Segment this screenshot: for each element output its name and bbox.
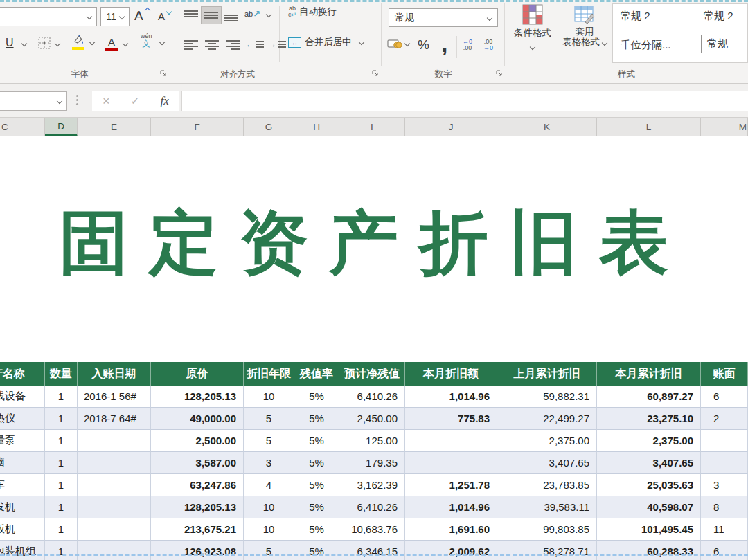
table-header-cell[interactable]: 产名称 bbox=[0, 362, 45, 386]
table-cell[interactable]: 126,923.08 bbox=[151, 541, 244, 560]
increase-decimal-button[interactable]: ←0 .00 bbox=[463, 39, 472, 51]
table-cell[interactable]: 1 bbox=[45, 408, 78, 430]
increase-indent-button[interactable]: → bbox=[268, 39, 286, 50]
table-cell[interactable]: 1,014.96 bbox=[405, 496, 497, 518]
table-cell[interactable]: 2018-7 64# bbox=[78, 408, 151, 430]
table-cell[interactable] bbox=[78, 430, 151, 452]
number-format-combo[interactable]: 常规 bbox=[389, 8, 498, 27]
table-cell[interactable]: 22,499.27 bbox=[497, 408, 597, 430]
table-cell[interactable]: 2,375.00 bbox=[597, 430, 701, 452]
table-cell[interactable]: 775.83 bbox=[405, 408, 497, 430]
align-bottom-button[interactable] bbox=[222, 8, 240, 24]
table-cell[interactable]: 5% bbox=[294, 541, 339, 560]
number-dialog-launcher-icon[interactable] bbox=[495, 69, 504, 78]
chevron-down-icon[interactable] bbox=[404, 41, 410, 46]
chevron-down-icon[interactable] bbox=[123, 41, 128, 46]
insert-function-button[interactable]: fx bbox=[161, 94, 169, 108]
cell-style-item[interactable]: 千位分隔... bbox=[621, 39, 671, 52]
conditional-formatting-button[interactable]: 条件格式 bbox=[510, 4, 555, 52]
table-cell[interactable] bbox=[78, 518, 151, 541]
table-cell[interactable]: 101,495.45 bbox=[597, 518, 701, 541]
chevron-down-icon[interactable] bbox=[358, 39, 364, 45]
column-header-F[interactable]: F bbox=[151, 118, 244, 136]
table-cell[interactable]: 5% bbox=[294, 408, 339, 430]
phonetic-guide-button[interactable]: wén 文 bbox=[141, 33, 152, 48]
table-cell[interactable] bbox=[701, 430, 748, 452]
table-cell[interactable]: 1 bbox=[45, 430, 78, 452]
table-header-cell[interactable]: 本月折旧额 bbox=[405, 362, 497, 386]
font-color-button[interactable]: A bbox=[105, 36, 118, 51]
column-header-K[interactable]: K bbox=[497, 118, 597, 136]
chevron-down-icon[interactable] bbox=[57, 98, 62, 104]
table-header-cell[interactable]: 数量 bbox=[45, 362, 78, 386]
align-center-button[interactable] bbox=[203, 37, 221, 53]
chevron-down-icon[interactable] bbox=[119, 14, 125, 19]
table-cell[interactable]: 板机 bbox=[0, 518, 45, 541]
decrease-indent-button[interactable]: ← bbox=[246, 39, 264, 50]
column-header-C[interactable]: C bbox=[0, 118, 45, 136]
formula-input[interactable] bbox=[181, 91, 748, 111]
table-cell[interactable]: 2 bbox=[701, 408, 748, 430]
table-cell[interactable]: 23,275.10 bbox=[597, 408, 701, 430]
table-cell[interactable]: 5% bbox=[294, 496, 339, 518]
column-header-M[interactable]: M bbox=[701, 118, 748, 136]
table-cell[interactable]: 6,346.15 bbox=[339, 541, 405, 560]
table-header-cell[interactable]: 上月累计折旧 bbox=[497, 362, 597, 386]
table-header-cell[interactable]: 入账日期 bbox=[78, 362, 151, 386]
table-cell[interactable]: 10,683.76 bbox=[339, 518, 405, 541]
table-header-cell[interactable]: 本月累计折旧 bbox=[597, 362, 701, 386]
table-cell[interactable]: 99,803.85 bbox=[497, 518, 597, 541]
accounting-format-button[interactable] bbox=[387, 38, 409, 49]
merge-center-button[interactable]: ↔ 合并后居中 bbox=[288, 36, 364, 48]
table-cell[interactable]: 5% bbox=[294, 474, 339, 496]
decrease-decimal-button[interactable]: .00 →0 bbox=[483, 39, 493, 51]
table-cell[interactable]: 车 bbox=[0, 474, 45, 496]
column-header-I[interactable]: I bbox=[339, 118, 405, 136]
table-header-cell[interactable]: 残值率 bbox=[294, 362, 339, 386]
table-cell[interactable]: 5% bbox=[294, 452, 339, 474]
align-top-button[interactable] bbox=[182, 8, 200, 24]
table-cell[interactable]: 10 bbox=[244, 518, 294, 541]
table-cell[interactable]: 6 bbox=[701, 541, 748, 560]
align-middle-button[interactable] bbox=[201, 6, 222, 24]
table-cell[interactable]: 3,407.65 bbox=[497, 452, 597, 474]
table-cell[interactable]: 59,882.31 bbox=[497, 386, 597, 408]
shrink-font-button[interactable]: A bbox=[158, 10, 165, 23]
table-cell[interactable]: 1 bbox=[45, 452, 78, 474]
table-cell[interactable]: 3,162.39 bbox=[339, 474, 405, 496]
column-header-E[interactable]: E bbox=[78, 118, 151, 136]
table-cell[interactable]: 1,014.96 bbox=[405, 386, 497, 408]
table-cell[interactable] bbox=[78, 474, 151, 496]
align-left-button[interactable] bbox=[182, 37, 200, 53]
table-cell[interactable]: 60,897.27 bbox=[597, 386, 701, 408]
table-cell[interactable]: 128,205.13 bbox=[151, 386, 244, 408]
align-right-button[interactable] bbox=[224, 37, 242, 53]
table-header-cell[interactable]: 账面 bbox=[701, 362, 748, 386]
font-name-combo[interactable] bbox=[0, 7, 97, 26]
table-header-cell[interactable]: 原价 bbox=[151, 362, 244, 386]
chevron-down-icon[interactable] bbox=[55, 41, 60, 46]
table-cell[interactable]: 213,675.21 bbox=[151, 518, 244, 541]
chevron-down-icon[interactable] bbox=[266, 12, 271, 17]
table-cell[interactable]: 2016-1 56# bbox=[78, 386, 151, 408]
table-cell[interactable]: 3,407.65 bbox=[597, 452, 701, 474]
cancel-button[interactable]: × bbox=[103, 94, 110, 109]
column-header-H[interactable]: H bbox=[294, 118, 339, 136]
table-cell[interactable]: 49,000.00 bbox=[151, 408, 244, 430]
table-cell[interactable]: 58,278.71 bbox=[497, 541, 597, 560]
table-cell[interactable]: 40,598.07 bbox=[597, 496, 701, 518]
table-cell[interactable]: 63,247.86 bbox=[151, 474, 244, 496]
underline-button[interactable]: U bbox=[6, 37, 14, 49]
percent-style-button[interactable]: % bbox=[418, 37, 429, 53]
table-cell[interactable]: 5 bbox=[244, 430, 294, 452]
cell-style-item[interactable]: 常规 2 bbox=[704, 10, 733, 23]
table-cell[interactable]: 1 bbox=[45, 541, 78, 560]
table-cell[interactable]: 11 bbox=[701, 518, 748, 541]
wrap-text-button[interactable]: ab c↵ 自动换行 bbox=[288, 6, 337, 18]
comma-style-button[interactable]: , bbox=[441, 30, 447, 57]
table-cell[interactable]: 1 bbox=[45, 386, 78, 408]
table-cell[interactable]: 脑 bbox=[0, 452, 45, 474]
table-cell[interactable] bbox=[701, 452, 748, 474]
table-cell[interactable]: 6 bbox=[701, 386, 748, 408]
table-cell[interactable]: 热仪 bbox=[0, 408, 45, 430]
